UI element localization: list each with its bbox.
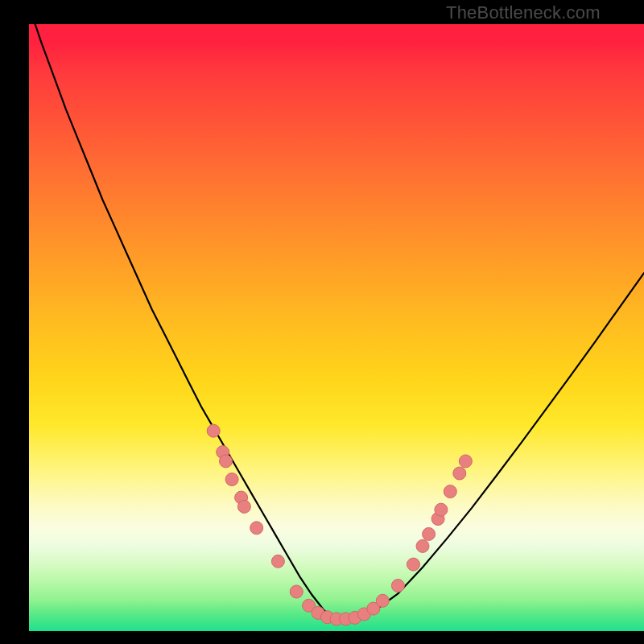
curve-marker bbox=[250, 522, 263, 535]
curve-marker bbox=[407, 558, 420, 571]
curve-marker bbox=[453, 467, 466, 480]
chart-svg bbox=[0, 0, 644, 644]
curve-marker bbox=[391, 580, 404, 592]
chart-frame: TheBottleneck.com bbox=[0, 0, 644, 644]
bottleneck-curve bbox=[29, 6, 644, 619]
highlighted-points bbox=[207, 424, 472, 625]
curve-marker bbox=[435, 503, 448, 516]
curve-marker bbox=[271, 555, 284, 568]
curve-marker bbox=[220, 455, 233, 468]
curve-marker bbox=[444, 485, 456, 498]
curve-marker bbox=[207, 424, 220, 437]
curve-marker bbox=[423, 527, 436, 540]
curve-marker bbox=[376, 594, 389, 607]
curve-marker bbox=[225, 473, 238, 486]
curve-marker bbox=[237, 500, 250, 513]
curve-marker bbox=[459, 455, 472, 468]
curve-marker bbox=[290, 585, 303, 598]
curve-marker bbox=[416, 539, 429, 552]
